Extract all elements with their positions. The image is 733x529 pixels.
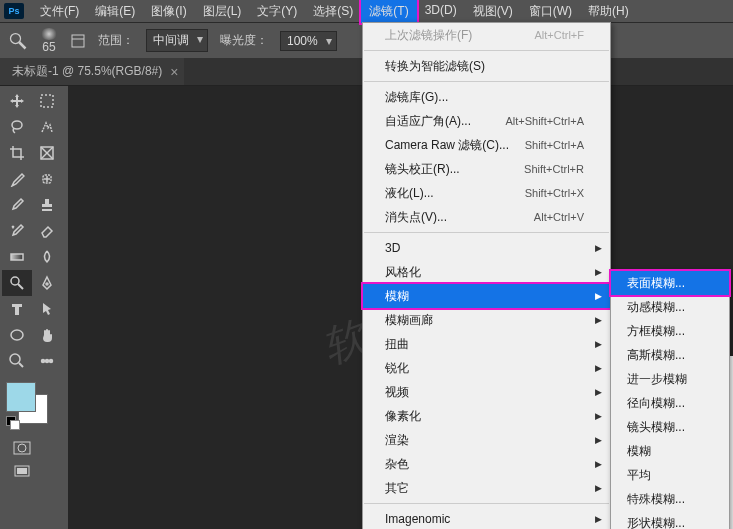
filter-item-15[interactable]: 扭曲 — [363, 332, 610, 356]
path-select-tool[interactable] — [32, 296, 62, 322]
filter-item-9[interactable]: 消失点(V)...Alt+Ctrl+V — [363, 205, 610, 229]
filter-item-21[interactable]: 其它 — [363, 476, 610, 500]
quick-mask-icon[interactable] — [8, 436, 36, 460]
menu-3[interactable]: 图层(L) — [195, 0, 250, 23]
blur-submenu: 表面模糊...动感模糊...方框模糊...高斯模糊...进一步模糊径向模糊...… — [610, 270, 730, 529]
blur-item-7[interactable]: 模糊 — [611, 439, 729, 463]
svg-line-1 — [19, 42, 25, 48]
filter-item-0: 上次滤镜操作(F)Alt+Ctrl+F — [363, 23, 610, 47]
filter-item-14[interactable]: 模糊画廊 — [363, 308, 610, 332]
filter-item-18[interactable]: 像素化 — [363, 404, 610, 428]
eyedropper-tool[interactable] — [2, 166, 32, 192]
pen-tool[interactable] — [32, 270, 62, 296]
filter-item-23[interactable]: Imagenomic — [363, 507, 610, 529]
filter-menu-dropdown: 上次滤镜操作(F)Alt+Ctrl+F转换为智能滤镜(S)滤镜库(G)...自适… — [362, 22, 611, 529]
filter-item-12[interactable]: 风格化 — [363, 260, 610, 284]
healing-tool[interactable] — [32, 166, 62, 192]
filter-item-7[interactable]: 镜头校正(R)...Shift+Ctrl+R — [363, 157, 610, 181]
lasso-tool[interactable] — [2, 114, 32, 140]
menu-5[interactable]: 选择(S) — [305, 0, 361, 23]
eraser-tool[interactable] — [32, 218, 62, 244]
svg-point-13 — [11, 277, 19, 285]
edit-toolbar[interactable] — [32, 348, 62, 374]
shape-tool[interactable] — [2, 322, 32, 348]
blur-tool[interactable] — [32, 244, 62, 270]
color-swatches[interactable] — [2, 382, 62, 430]
range-select[interactable]: 中间调 — [146, 29, 208, 52]
menu-8[interactable]: 视图(V) — [465, 0, 521, 23]
svg-rect-2 — [72, 35, 84, 47]
gradient-tool[interactable] — [2, 244, 32, 270]
blur-item-10[interactable]: 形状模糊... — [611, 511, 729, 529]
svg-point-23 — [18, 444, 26, 452]
blur-item-5[interactable]: 径向模糊... — [611, 391, 729, 415]
brush-panel-icon[interactable] — [70, 33, 86, 49]
svg-line-18 — [19, 363, 23, 367]
menu-0[interactable]: 文件(F) — [32, 0, 87, 23]
history-brush-tool[interactable] — [2, 218, 32, 244]
svg-point-17 — [10, 354, 20, 364]
svg-rect-25 — [17, 468, 27, 474]
range-label: 范围： — [98, 32, 134, 49]
exposure-label: 曝光度： — [220, 32, 268, 49]
marquee-tool[interactable] — [32, 88, 62, 114]
svg-rect-4 — [41, 95, 53, 107]
move-tool[interactable] — [2, 88, 32, 114]
toolbox — [0, 86, 68, 529]
filter-item-5[interactable]: 自适应广角(A)...Alt+Shift+Ctrl+A — [363, 109, 610, 133]
blur-item-3[interactable]: 高斯模糊... — [611, 343, 729, 367]
frame-tool[interactable] — [32, 140, 62, 166]
blur-item-6[interactable]: 镜头模糊... — [611, 415, 729, 439]
svg-point-21 — [50, 360, 53, 363]
menu-6[interactable]: 滤镜(T) — [361, 0, 416, 23]
menu-1[interactable]: 编辑(E) — [87, 0, 143, 23]
dodge-tool[interactable] — [2, 270, 32, 296]
filter-item-4[interactable]: 滤镜库(G)... — [363, 85, 610, 109]
menu-9[interactable]: 窗口(W) — [521, 0, 580, 23]
app-logo: Ps — [4, 3, 24, 19]
zoom-tool[interactable] — [2, 348, 32, 374]
filter-item-2[interactable]: 转换为智能滤镜(S) — [363, 54, 610, 78]
exposure-value[interactable]: 100% — [280, 31, 337, 51]
foreground-color[interactable] — [6, 382, 36, 412]
filter-item-11[interactable]: 3D — [363, 236, 610, 260]
blur-item-1[interactable]: 动感模糊... — [611, 295, 729, 319]
filter-item-16[interactable]: 锐化 — [363, 356, 610, 380]
menu-2[interactable]: 图像(I) — [143, 0, 194, 23]
tool-preset-icon[interactable] — [8, 31, 28, 51]
quick-select-tool[interactable] — [32, 114, 62, 140]
svg-point-20 — [46, 360, 49, 363]
close-tab-icon[interactable]: × — [170, 64, 178, 80]
menu-bar: Ps 文件(F)编辑(E)图像(I)图层(L)文字(Y)选择(S)滤镜(T)3D… — [0, 0, 733, 22]
svg-line-14 — [18, 284, 23, 289]
svg-rect-12 — [11, 254, 23, 260]
filter-item-6[interactable]: Camera Raw 滤镜(C)...Shift+Ctrl+A — [363, 133, 610, 157]
crop-tool[interactable] — [2, 140, 32, 166]
hand-tool[interactable] — [32, 322, 62, 348]
blur-item-0[interactable]: 表面模糊... — [611, 271, 729, 295]
default-colors-icon[interactable] — [6, 416, 20, 430]
blur-item-2[interactable]: 方框模糊... — [611, 319, 729, 343]
brush-preview[interactable]: 65 — [40, 28, 58, 54]
filter-item-8[interactable]: 液化(L)...Shift+Ctrl+X — [363, 181, 610, 205]
filter-item-20[interactable]: 杂色 — [363, 452, 610, 476]
document-tab[interactable]: 未标题-1 @ 75.5%(RGB/8#) × — [0, 58, 184, 85]
menu-7[interactable]: 3D(D) — [417, 0, 465, 23]
blur-item-9[interactable]: 特殊模糊... — [611, 487, 729, 511]
screen-mode-icon[interactable] — [8, 460, 36, 484]
brush-tool[interactable] — [2, 192, 32, 218]
menu-10[interactable]: 帮助(H) — [580, 0, 637, 23]
svg-point-16 — [11, 330, 23, 340]
type-tool[interactable] — [2, 296, 32, 322]
filter-item-13[interactable]: 模糊 — [363, 284, 610, 308]
svg-point-15 — [46, 283, 48, 285]
filter-item-19[interactable]: 渲染 — [363, 428, 610, 452]
filter-item-17[interactable]: 视频 — [363, 380, 610, 404]
svg-point-19 — [42, 360, 45, 363]
blur-item-4[interactable]: 进一步模糊 — [611, 367, 729, 391]
blur-item-8[interactable]: 平均 — [611, 463, 729, 487]
document-title: 未标题-1 @ 75.5%(RGB/8#) — [12, 63, 162, 80]
menu-4[interactable]: 文字(Y) — [249, 0, 305, 23]
stamp-tool[interactable] — [32, 192, 62, 218]
svg-point-0 — [11, 33, 21, 43]
